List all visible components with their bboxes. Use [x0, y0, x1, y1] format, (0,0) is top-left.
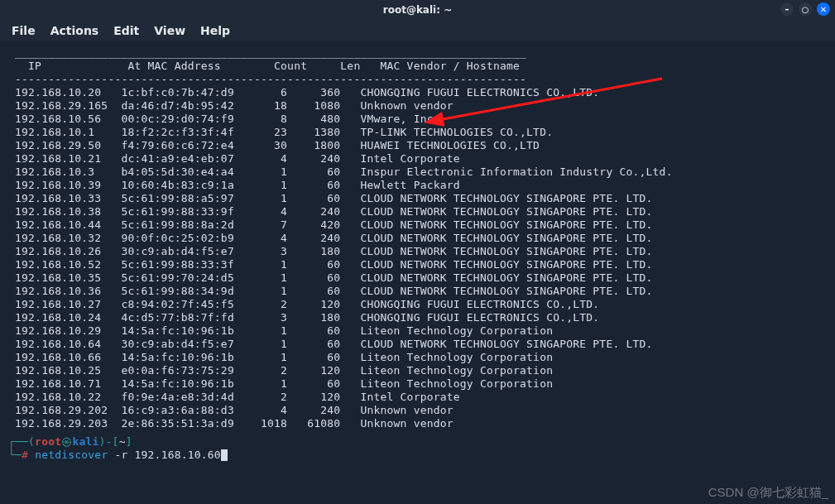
terminal-output[interactable]: ________________________________________…: [0, 41, 835, 467]
command-args: -r 192.168.10.60: [114, 449, 220, 461]
minimize-button[interactable]: –: [780, 2, 794, 16]
prompt-host: kali: [72, 435, 98, 448]
command-line[interactable]: └─# netdiscover -r 192.168.10.60: [8, 449, 827, 462]
menu-help[interactable]: Help: [200, 24, 230, 37]
window-controls: – ○ ✕: [780, 2, 830, 16]
netdiscover-table: ________________________________________…: [8, 46, 827, 430]
menu-edit[interactable]: Edit: [113, 24, 139, 37]
menu-actions[interactable]: Actions: [50, 24, 99, 37]
command-name: netdiscover: [35, 449, 108, 461]
close-button[interactable]: ✕: [817, 2, 830, 16]
menu-view[interactable]: View: [154, 24, 185, 37]
prompt-user: root: [35, 435, 61, 448]
menu-bar: File Actions Edit View Help: [0, 20, 835, 41]
cursor: [221, 449, 228, 461]
prompt-symbol: #: [22, 449, 28, 461]
prompt-path: ~: [119, 435, 126, 448]
maximize-button[interactable]: ○: [799, 2, 812, 16]
watermark: CSDN @御七彩虹猫_: [708, 485, 828, 501]
menu-file[interactable]: File: [12, 24, 36, 37]
window-titlebar: root@kali: ~ – ○ ✕: [0, 0, 835, 20]
window-title: root@kali: ~: [383, 4, 452, 16]
prompt-line[interactable]: ┌──(root㉿kali)-[~]: [8, 435, 827, 449]
